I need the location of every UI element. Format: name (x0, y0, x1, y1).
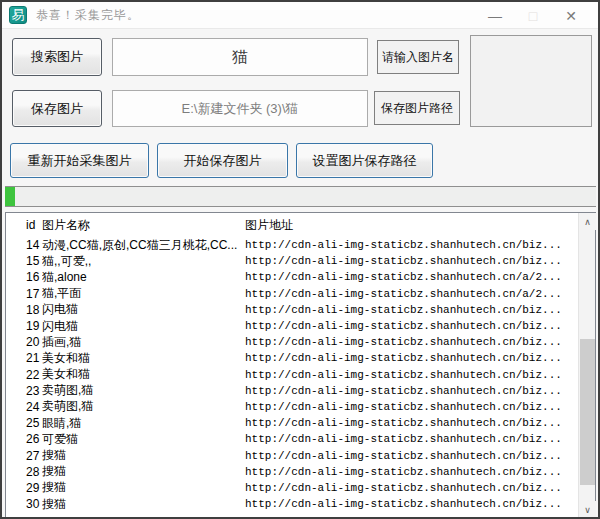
set-save-path-button[interactable]: 设置图片保存路径 (296, 143, 433, 178)
cell-name: 猫,,可爱,, (42, 253, 245, 270)
cell-id: 16 (6, 270, 42, 284)
scroll-down-icon[interactable]: ∨ (579, 501, 596, 518)
header-id: id (6, 218, 42, 232)
cell-url: http://cdn-ali-img-staticbz.shanhutech.c… (245, 369, 578, 381)
table-body: 14动漫,CC猫,原创,CC猫三月桃花,CC...http://cdn-ali-… (6, 237, 578, 512)
cell-name: 搜猫 (42, 479, 245, 496)
table-row[interactable]: 30搜猫http://cdn-ali-img-staticbz.shanhute… (6, 496, 578, 512)
image-preview-box (470, 35, 592, 127)
vertical-scrollbar[interactable]: ∧ ∨ (578, 213, 595, 518)
cell-url: http://cdn-ali-img-staticbz.shanhutech.c… (245, 498, 578, 510)
table-row[interactable]: 23卖萌图,猫http://cdn-ali-img-staticbz.shanh… (6, 383, 578, 399)
restart-collect-button[interactable]: 重新开始采集图片 (10, 143, 149, 178)
scroll-up-icon[interactable]: ∧ (579, 213, 596, 230)
cell-id: 22 (6, 368, 42, 382)
cell-name: 搜猫 (42, 463, 245, 480)
cell-url: http://cdn-ali-img-staticbz.shanhutech.c… (245, 417, 578, 429)
cell-id: 23 (6, 384, 42, 398)
table-row[interactable]: 18闪电猫http://cdn-ali-img-staticbz.shanhut… (6, 302, 578, 318)
cell-url: http://cdn-ali-img-staticbz.shanhutech.c… (245, 352, 578, 364)
cell-url: http://cdn-ali-img-staticbz.shanhutech.c… (245, 336, 578, 348)
cell-url: http://cdn-ali-img-staticbz.shanhutech.c… (245, 450, 578, 462)
table-row[interactable]: 24卖萌图,猫http://cdn-ali-img-staticbz.shanh… (6, 399, 578, 415)
cell-name: 眼睛,猫 (42, 415, 245, 432)
path-hint-label: 保存图片路径 (374, 91, 460, 125)
progress-fill (5, 187, 15, 206)
cell-url: http://cdn-ali-img-staticbz.shanhutech.c… (245, 255, 578, 267)
cell-name: 美女和猫 (42, 350, 245, 367)
table-header: id 图片名称 图片地址 (6, 213, 578, 237)
cell-url: http://cdn-ali-img-staticbz.shanhutech.c… (245, 482, 578, 494)
cell-name: 美女和猫 (42, 366, 245, 383)
header-url: 图片地址 (245, 217, 578, 234)
title-bar: 易 恭喜！采集完毕。 — □ ✕ (2, 2, 598, 29)
table-row[interactable]: 14动漫,CC猫,原创,CC猫三月桃花,CC...http://cdn-ali-… (6, 237, 578, 253)
keyword-input[interactable] (112, 38, 368, 76)
cell-id: 26 (6, 432, 42, 446)
minimize-button[interactable]: — (476, 2, 514, 29)
cell-url: http://cdn-ali-img-staticbz.shanhutech.c… (245, 271, 578, 283)
cell-id: 28 (6, 465, 42, 479)
keyword-hint-label: 请输入图片名 (377, 40, 459, 74)
header-name: 图片名称 (42, 217, 245, 234)
cell-id: 30 (6, 497, 42, 511)
table-row[interactable]: 20插画,猫http://cdn-ali-img-staticbz.shanhu… (6, 334, 578, 350)
search-images-button[interactable]: 搜索图片 (12, 38, 102, 76)
close-button[interactable]: ✕ (552, 2, 590, 29)
cell-url: http://cdn-ali-img-staticbz.shanhutech.c… (245, 433, 578, 445)
save-images-button[interactable]: 保存图片 (12, 90, 102, 127)
cell-name: 动漫,CC猫,原创,CC猫三月桃花,CC... (42, 237, 245, 254)
cell-id: 29 (6, 481, 42, 495)
cell-id: 24 (6, 400, 42, 414)
cell-name: 猫,平面 (42, 285, 245, 302)
cell-url: http://cdn-ali-img-staticbz.shanhutech.c… (245, 401, 578, 413)
cell-name: 搜猫 (42, 447, 245, 464)
cell-id: 15 (6, 254, 42, 268)
start-save-button[interactable]: 开始保存图片 (157, 143, 288, 178)
cell-id: 20 (6, 335, 42, 349)
cell-id: 21 (6, 351, 42, 365)
table-row[interactable]: 21美女和猫http://cdn-ali-img-staticbz.shanhu… (6, 350, 578, 366)
window-title: 恭喜！采集完毕。 (36, 7, 140, 24)
app-logo-icon: 易 (9, 6, 27, 24)
scrollbar-thumb[interactable] (580, 339, 595, 485)
results-listview: id 图片名称 图片地址 14动漫,CC猫,原创,CC猫三月桃花,CC...ht… (5, 212, 596, 519)
cell-url: http://cdn-ali-img-staticbz.shanhutech.c… (245, 466, 578, 478)
cell-name: 搜猫 (42, 496, 245, 513)
cell-id: 17 (6, 287, 42, 301)
table-row[interactable]: 28搜猫http://cdn-ali-img-staticbz.shanhute… (6, 464, 578, 480)
cell-url: http://cdn-ali-img-staticbz.shanhutech.c… (245, 385, 578, 397)
cell-name: 闪电猫 (42, 318, 245, 335)
table-row[interactable]: 27搜猫http://cdn-ali-img-staticbz.shanhute… (6, 447, 578, 463)
progress-bar (5, 186, 596, 207)
table-row[interactable]: 29搜猫http://cdn-ali-img-staticbz.shanhute… (6, 480, 578, 496)
cell-id: 25 (6, 416, 42, 430)
table-row[interactable]: 26可爱猫http://cdn-ali-img-staticbz.shanhut… (6, 431, 578, 447)
cell-name: 猫,alone (42, 269, 245, 286)
save-path-input[interactable] (112, 90, 368, 127)
cell-url: http://cdn-ali-img-staticbz.shanhutech.c… (245, 239, 578, 251)
cell-url: http://cdn-ali-img-staticbz.shanhutech.c… (245, 320, 578, 332)
app-window: 易 恭喜！采集完毕。 — □ ✕ 搜索图片 请输入图片名 保存图片 保存图片路径… (0, 0, 600, 519)
window-controls: — □ ✕ (476, 2, 590, 29)
table-row[interactable]: 19闪电猫http://cdn-ali-img-staticbz.shanhut… (6, 318, 578, 334)
cell-url: http://cdn-ali-img-staticbz.shanhutech.c… (245, 288, 578, 300)
cell-name: 卖萌图,猫 (42, 398, 245, 415)
cell-id: 14 (6, 238, 42, 252)
maximize-button: □ (514, 2, 552, 29)
cell-id: 27 (6, 449, 42, 463)
cell-name: 插画,猫 (42, 334, 245, 351)
cell-id: 19 (6, 319, 42, 333)
table-row[interactable]: 17猫,平面http://cdn-ali-img-staticbz.shanhu… (6, 286, 578, 302)
table-row[interactable]: 25眼睛,猫http://cdn-ali-img-staticbz.shanhu… (6, 415, 578, 431)
table-row[interactable]: 22美女和猫http://cdn-ali-img-staticbz.shanhu… (6, 367, 578, 383)
table-row[interactable]: 16猫,alonehttp://cdn-ali-img-staticbz.sha… (6, 269, 578, 285)
cell-name: 闪电猫 (42, 301, 245, 318)
cell-name: 卖萌图,猫 (42, 382, 245, 399)
cell-url: http://cdn-ali-img-staticbz.shanhutech.c… (245, 304, 578, 316)
cell-name: 可爱猫 (42, 431, 245, 448)
cell-id: 18 (6, 303, 42, 317)
table-row[interactable]: 15猫,,可爱,,http://cdn-ali-img-staticbz.sha… (6, 253, 578, 269)
